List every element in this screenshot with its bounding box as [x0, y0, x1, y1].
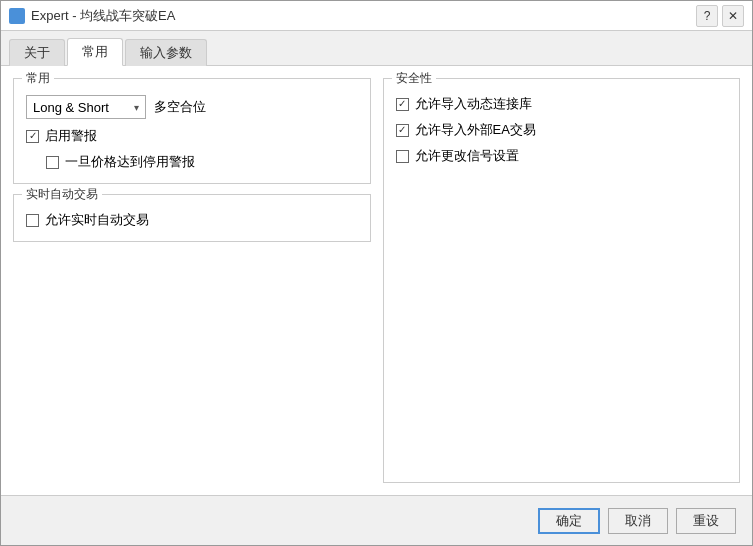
price-alert-label: 一旦价格达到停用警报 — [65, 153, 195, 171]
enable-alert-checkbox[interactable] — [26, 130, 39, 143]
realtime-group: 实时自动交易 允许实时自动交易 — [13, 194, 371, 242]
dropdown-arrow-icon: ▾ — [134, 102, 139, 113]
enable-alert-label: 启用警报 — [45, 127, 97, 145]
reset-button[interactable]: 重设 — [676, 508, 736, 534]
allow-change-signal-checkbox[interactable] — [396, 150, 409, 163]
tab-about-label: 关于 — [24, 45, 50, 60]
realtime-group-title: 实时自动交易 — [22, 186, 102, 203]
left-panel: 常用 Long & Short ▾ 多空合位 启用警报 — [13, 78, 371, 483]
long-short-dropdown[interactable]: Long & Short ▾ — [26, 95, 146, 119]
main-window: Expert - 均线战车突破EA ? ✕ 关于 常用 输入参数 常用 — [0, 0, 753, 546]
price-alert-checkbox-row[interactable]: 一旦价格达到停用警报 — [46, 153, 358, 171]
tab-about[interactable]: 关于 — [9, 39, 65, 66]
allow-change-signal-label: 允许更改信号设置 — [415, 147, 519, 165]
footer: 确定 取消 重设 — [1, 495, 752, 545]
security-group: 安全性 允许导入动态连接库 允许导入外部EA交易 允许更改信号设置 — [383, 78, 741, 483]
tab-input-params-label: 输入参数 — [140, 45, 192, 60]
security-group-title: 安全性 — [392, 70, 436, 87]
allow-dynamic-lib-checkbox[interactable] — [396, 98, 409, 111]
title-bar: Expert - 均线战车突破EA ? ✕ — [1, 1, 752, 31]
confirm-button[interactable]: 确定 — [538, 508, 600, 534]
window-title: Expert - 均线战车突破EA — [31, 7, 175, 25]
app-icon — [9, 8, 25, 24]
realtime-group-content: 允许实时自动交易 — [26, 211, 358, 229]
price-alert-checkbox[interactable] — [46, 156, 59, 169]
dropdown-value: Long & Short — [33, 100, 109, 115]
tab-general[interactable]: 常用 — [67, 38, 123, 66]
dropdown-row: Long & Short ▾ 多空合位 — [26, 95, 358, 119]
help-button[interactable]: ? — [696, 5, 718, 27]
allow-dynamic-lib-label: 允许导入动态连接库 — [415, 95, 532, 113]
right-panel: 安全性 允许导入动态连接库 允许导入外部EA交易 允许更改信号设置 — [383, 78, 741, 483]
allow-external-ea-checkbox[interactable] — [396, 124, 409, 137]
enable-alert-checkbox-row[interactable]: 启用警报 — [26, 127, 358, 145]
tab-input-params[interactable]: 输入参数 — [125, 39, 207, 66]
allow-realtime-checkbox[interactable] — [26, 214, 39, 227]
content-area: 常用 Long & Short ▾ 多空合位 启用警报 — [1, 66, 752, 495]
general-group-content: Long & Short ▾ 多空合位 启用警报 一旦价格达到停用警报 — [26, 95, 358, 171]
allow-realtime-label: 允许实时自动交易 — [45, 211, 149, 229]
general-group: 常用 Long & Short ▾ 多空合位 启用警报 — [13, 78, 371, 184]
dropdown-label: 多空合位 — [154, 98, 206, 116]
allow-change-signal-row[interactable]: 允许更改信号设置 — [396, 147, 728, 165]
general-group-title: 常用 — [22, 70, 54, 87]
close-button[interactable]: ✕ — [722, 5, 744, 27]
title-bar-controls: ? ✕ — [696, 5, 744, 27]
allow-dynamic-lib-row[interactable]: 允许导入动态连接库 — [396, 95, 728, 113]
security-group-content: 允许导入动态连接库 允许导入外部EA交易 允许更改信号设置 — [396, 95, 728, 165]
allow-external-ea-row[interactable]: 允许导入外部EA交易 — [396, 121, 728, 139]
title-bar-left: Expert - 均线战车突破EA — [9, 7, 175, 25]
tab-general-label: 常用 — [82, 44, 108, 59]
allow-realtime-checkbox-row[interactable]: 允许实时自动交易 — [26, 211, 358, 229]
allow-external-ea-label: 允许导入外部EA交易 — [415, 121, 536, 139]
tab-bar: 关于 常用 输入参数 — [1, 31, 752, 66]
cancel-button[interactable]: 取消 — [608, 508, 668, 534]
